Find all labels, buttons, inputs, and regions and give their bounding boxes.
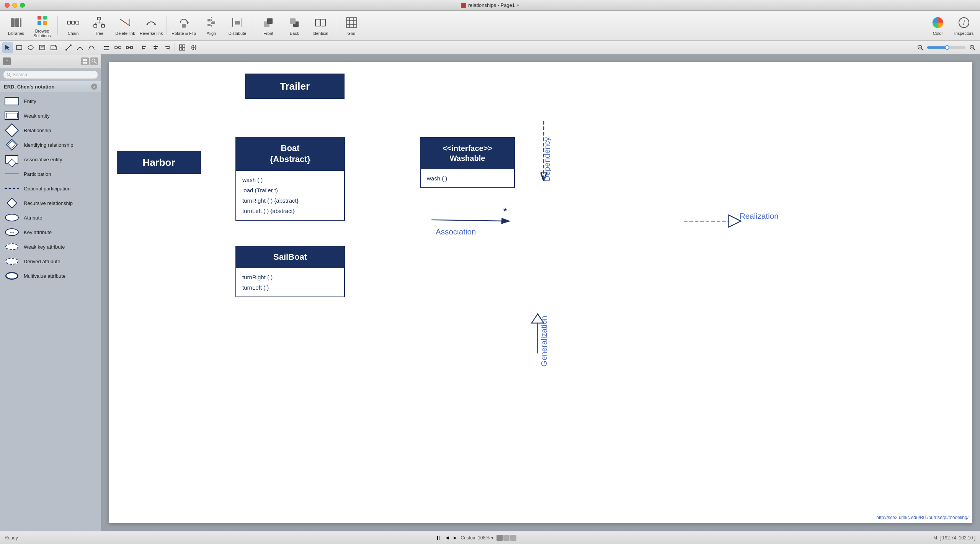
participation-label: Participation	[24, 171, 51, 177]
select-tool[interactable]	[2, 42, 13, 53]
pen-tool[interactable]	[101, 42, 112, 53]
diagram-canvas[interactable]: Dependency * Association Realization Gen…	[109, 62, 972, 523]
zoom-thumb[interactable]	[945, 45, 949, 50]
libraries-button[interactable]: Libraries	[4, 13, 28, 39]
panel-close-button[interactable]: ×	[91, 84, 97, 90]
curve-tool[interactable]	[75, 42, 85, 53]
zoom-control[interactable]: Custom 108% ▾	[461, 535, 493, 541]
view-btn-1[interactable]	[497, 535, 503, 541]
auto-connect[interactable]	[124, 42, 135, 53]
ungroup-tool[interactable]	[188, 42, 199, 53]
grid-button[interactable]: Grid	[339, 13, 364, 39]
view-btn-3[interactable]	[510, 535, 516, 541]
title-icon	[461, 3, 466, 8]
harbor-entity[interactable]: Harbor	[117, 151, 201, 174]
view-btn-2[interactable]	[503, 535, 510, 541]
attribute-shape-item[interactable]: Attribute	[0, 210, 101, 225]
svg-point-90	[92, 59, 95, 62]
reverse-link-button[interactable]: Reverse link	[139, 13, 163, 39]
svg-line-80	[921, 49, 923, 50]
browse-solutions-button[interactable]: Browse Solutions	[30, 13, 54, 39]
text-tool[interactable]	[37, 42, 47, 53]
associative-entity-preview	[4, 154, 20, 165]
back-button[interactable]: Back	[282, 13, 307, 39]
zoom-dropdown-icon[interactable]: ▾	[491, 535, 493, 541]
identifying-relationship-shape-item[interactable]: Identifying relationship	[0, 138, 101, 152]
multivalue-attribute-shape-item[interactable]: Multivalue attribute	[0, 269, 101, 283]
group-tool[interactable]	[177, 42, 188, 53]
align-button[interactable]: Align	[199, 13, 224, 39]
title-dropdown-icon[interactable]: ▾	[517, 3, 519, 8]
key-attribute-label: Key attribute	[24, 229, 52, 235]
weak-entity-shape-item[interactable]: Weak entity	[0, 108, 101, 123]
svg-line-21	[124, 22, 126, 23]
grid-icon	[345, 16, 358, 29]
bezier-tool[interactable]	[86, 42, 97, 53]
inspectors-button[interactable]: i Inspectors	[952, 13, 976, 39]
zoom-slider[interactable]	[927, 46, 965, 49]
tb2-sep-2	[99, 43, 99, 52]
relationship-shape-item[interactable]: Relationship	[0, 123, 101, 138]
drawing-toolbar	[0, 41, 980, 54]
multivalue-attribute-preview	[4, 270, 20, 281]
weak-key-attribute-shape-item[interactable]: Weak key attribute	[0, 239, 101, 254]
canvas-area[interactable]: Dependency * Association Realization Gen…	[101, 54, 980, 531]
browse-solutions-icon	[35, 13, 49, 27]
shape-list: Entity Weak entity Relationship	[0, 92, 101, 531]
libraries-icon	[9, 16, 23, 29]
boat-entity[interactable]: Boat{Abstract} wash ( ) load (Trailer t)…	[235, 137, 345, 221]
identical-button[interactable]: Identical	[308, 13, 333, 39]
entity-shape-item[interactable]: Entity	[0, 94, 101, 108]
zoom-in-button[interactable]	[967, 42, 978, 53]
toolbar-sep-4	[336, 16, 336, 35]
source-link: http://sce2.umkc.edu/BIT/burrise/pi/mode…	[876, 515, 969, 520]
delete-link-button[interactable]: Delete link	[113, 13, 137, 39]
svg-rect-47	[16, 46, 22, 49]
close-button[interactable]	[5, 3, 10, 8]
list-view-icon[interactable]: ≡	[3, 57, 11, 65]
sailboat-entity[interactable]: SailBoat turnRight ( ) turnLeft ( )	[235, 246, 345, 297]
color-icon	[931, 16, 945, 29]
grid-view-icon[interactable]	[81, 57, 89, 65]
note-tool[interactable]	[48, 42, 59, 53]
rect-tool[interactable]	[14, 42, 24, 53]
search-icon	[7, 72, 11, 77]
connect-tool[interactable]	[63, 42, 74, 53]
distribute-button[interactable]: Distribute	[225, 13, 250, 39]
search-view-icon[interactable]	[90, 57, 98, 65]
pause-button[interactable]: ⏸	[435, 534, 442, 541]
align-center-tool[interactable]	[150, 42, 161, 53]
recursive-relationship-shape-item[interactable]: Recursive relationship	[0, 196, 101, 210]
tb2-sep-3	[137, 43, 137, 52]
next-page-button[interactable]: ►	[453, 535, 458, 541]
trailer-entity[interactable]: Trailer	[245, 74, 345, 99]
color-button[interactable]: Color	[926, 13, 950, 39]
search-bar[interactable]: Search	[3, 70, 98, 79]
chain-button[interactable]: Chain	[61, 13, 85, 39]
window-title: relationships - Page1 ▾	[461, 2, 519, 8]
front-button[interactable]: Front	[256, 13, 281, 39]
participation-shape-item[interactable]: Participation	[0, 167, 101, 181]
align-right-tool[interactable]	[162, 42, 173, 53]
svg-rect-87	[85, 59, 87, 61]
align-left-tool[interactable]	[139, 42, 150, 53]
svg-rect-29	[207, 24, 211, 26]
tree-button[interactable]: Tree	[87, 13, 111, 39]
minimize-button[interactable]	[12, 3, 17, 8]
washable-entity[interactable]: <<interface>>Washable wash ( )	[420, 137, 515, 188]
svg-rect-1	[15, 18, 19, 27]
optional-participation-shape-item[interactable]: Optional participation	[0, 181, 101, 196]
back-icon	[287, 16, 301, 29]
svg-rect-49	[39, 45, 45, 50]
derived-attribute-shape-item[interactable]: Derived attribute	[0, 254, 101, 269]
key-attribute-shape-item[interactable]: key Key attribute	[0, 225, 101, 239]
rotate-flip-button[interactable]: Rotate & Flip	[170, 13, 198, 39]
ellipse-tool[interactable]	[25, 42, 36, 53]
svg-rect-36	[290, 18, 296, 24]
prev-page-button[interactable]: ◄	[445, 535, 450, 541]
svg-rect-73	[183, 45, 185, 47]
associative-entity-shape-item[interactable]: Associative entity	[0, 152, 101, 167]
maximize-button[interactable]	[20, 3, 25, 8]
smart-connect[interactable]	[113, 42, 123, 53]
zoom-out-button[interactable]	[915, 42, 926, 53]
